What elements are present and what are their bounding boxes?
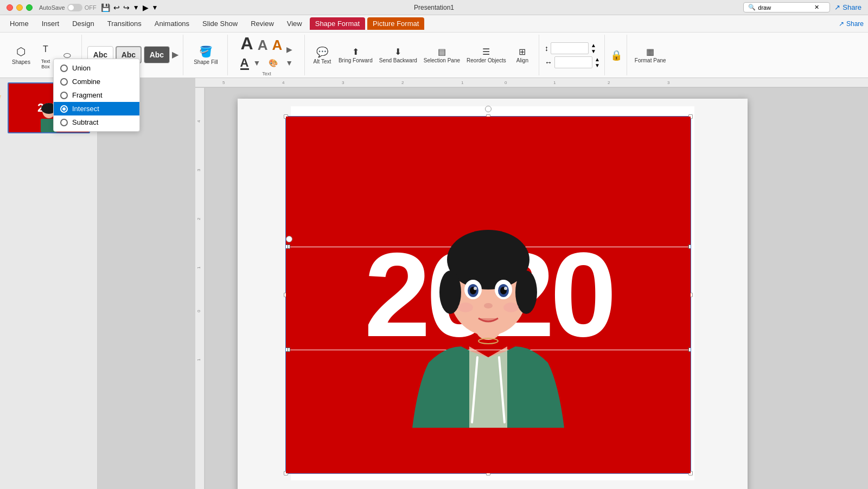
rotate-handle[interactable] — [485, 106, 492, 112]
paint-bucket-icon: 🎨 — [269, 59, 278, 67]
ruler-horizontal: 5 4 3 2 1 0 1 2 3 — [195, 78, 868, 88]
search-input[interactable] — [758, 4, 812, 11]
shape-fill-icon: 🪣 — [199, 45, 213, 58]
svg-point-37 — [458, 303, 473, 312]
slide-image: 2020 — [286, 117, 691, 473]
text-fill-arrow-icon[interactable]: ▼ — [285, 59, 293, 67]
slide-container: 2020 — [238, 99, 748, 489]
svg-text:3: 3 — [196, 169, 201, 171]
inner-handle-tl[interactable] — [286, 244, 288, 249]
search-bar[interactable]: 🔍 ✕ — [743, 2, 830, 12]
svg-point-36 — [484, 303, 493, 308]
save-icon[interactable]: 💾 — [101, 3, 110, 12]
ribbon-section-actions: 💬 Alt Text ⬆ Bring Forward ⬇ Send Backwa… — [306, 35, 539, 75]
menu-view[interactable]: View — [282, 17, 308, 30]
action-buttons: 💬 Alt Text ⬆ Bring Forward ⬇ Send Backwa… — [310, 45, 534, 66]
text-A-underline: A — [240, 56, 249, 70]
selected-group[interactable]: 2020 — [285, 116, 691, 474]
ribbon-section-lock: 🔒 — [606, 35, 627, 75]
reorder-objects-button[interactable]: ☰ Reorder Objects — [464, 45, 508, 66]
quick-access-toolbar: 💾 ↩ ↪ ▼ ▶ ▼ — [101, 3, 158, 12]
clear-search-icon[interactable]: ✕ — [814, 4, 819, 11]
alt-text-button[interactable]: 💬 Alt Text — [310, 45, 334, 66]
close-button[interactable] — [7, 4, 13, 11]
shape-fill-label: Shape Fill — [194, 59, 218, 66]
svg-point-35 — [504, 287, 507, 290]
share-btn-menu[interactable]: ↗ Share — [839, 20, 864, 28]
inner-rotate-handle[interactable] — [286, 236, 292, 242]
slide[interactable]: 2020 — [238, 99, 748, 489]
share-button[interactable]: ↗ Share — [834, 3, 861, 11]
text-format-arrow[interactable]: ▶ — [286, 45, 292, 54]
maximize-button[interactable] — [26, 4, 33, 11]
inner-handle-br[interactable] — [688, 348, 691, 352]
subtract-radio — [60, 119, 68, 126]
minimize-button[interactable] — [16, 4, 23, 11]
width-input[interactable]: 0" — [554, 56, 592, 68]
menu-shape-format[interactable]: Shape Format — [310, 17, 365, 30]
presentation-icon[interactable]: ▶ — [143, 3, 149, 12]
inner-handle-tr[interactable] — [688, 244, 691, 249]
union-label: Union — [72, 64, 91, 72]
bring-forward-label: Bring Forward — [339, 57, 373, 63]
format-pane-label: Format Pane — [635, 57, 666, 63]
menu-animations[interactable]: Animations — [149, 17, 195, 30]
send-backward-button[interactable]: ⬇ Send Backward — [377, 45, 419, 66]
text-A-large: A — [241, 34, 253, 54]
style-presets-arrow[interactable]: ▶ — [172, 49, 178, 60]
text-fill-button[interactable]: 🎨 — [265, 56, 281, 69]
svg-point-31 — [474, 287, 477, 290]
style-preset-1-label: Abc — [93, 50, 107, 59]
height-stepper-up[interactable]: ▲▼ — [591, 42, 596, 54]
share-icon: ↗ — [834, 3, 840, 11]
combine-radio — [60, 78, 68, 86]
autosave-section: AutoSave OFF — [39, 4, 97, 11]
menu-insert[interactable]: Insert — [36, 17, 65, 30]
lock-aspect-icon[interactable]: 🔒 — [610, 49, 622, 61]
height-input[interactable]: 0" — [551, 42, 589, 54]
character-illustration — [385, 178, 591, 473]
style-preset-2-label: Abc — [122, 50, 136, 59]
more-options-icon[interactable]: ▼ — [152, 4, 158, 11]
menu-transitions[interactable]: Transitions — [102, 17, 147, 30]
canvas-area[interactable]: 5 4 3 2 1 0 1 2 3 4 3 2 1 0 1 — [98, 78, 868, 489]
redo-icon[interactable]: ↪ — [123, 3, 130, 12]
width-icon: ↔ — [545, 58, 552, 67]
style-preset-3[interactable]: Abc — [144, 46, 170, 63]
intersect-label: Intersect — [72, 105, 99, 113]
shapes-button[interactable]: ⬡ Shapes — [9, 40, 34, 70]
align-icon: ⊞ — [519, 47, 526, 57]
shape-fill-button[interactable]: 🪣 Shape Fill — [190, 40, 221, 70]
title-bar-right: 🔍 ✕ ↗ Share — [743, 2, 861, 12]
svg-text:2: 2 — [401, 80, 404, 85]
menu-review[interactable]: Review — [245, 17, 279, 30]
ribbon-section-fill: 🪣 Shape Fill — [184, 35, 228, 75]
width-stepper-up[interactable]: ▲▼ — [595, 56, 600, 68]
merge-combine[interactable]: Combine — [54, 75, 139, 88]
text-fill-dropdown-icon[interactable]: ▼ — [253, 59, 261, 67]
align-label: Align — [516, 57, 528, 63]
merge-subtract[interactable]: Subtract — [54, 115, 139, 129]
text-box-button[interactable]: T — [36, 41, 55, 57]
undo-icon[interactable]: ↩ — [113, 3, 120, 12]
menu-home[interactable]: Home — [4, 17, 34, 30]
align-button[interactable]: ⊞ Align — [510, 45, 534, 66]
svg-text:3: 3 — [667, 80, 670, 85]
reorder-objects-label: Reorder Objects — [467, 57, 506, 63]
bring-forward-button[interactable]: ⬆ Bring Forward — [336, 45, 375, 66]
merge-fragment[interactable]: Fragment — [54, 88, 139, 102]
merge-union[interactable]: Union — [54, 61, 139, 75]
menu-slideshow[interactable]: Slide Show — [197, 17, 243, 30]
svg-text:1: 1 — [553, 80, 556, 85]
autosave-toggle[interactable] — [67, 4, 82, 11]
inner-handle-bl[interactable] — [286, 348, 288, 352]
selection-pane-button[interactable]: ▤ Selection Pane — [422, 45, 462, 66]
intersect-radio — [60, 105, 68, 113]
text-section-label: Text — [262, 71, 271, 76]
top-red-bar — [286, 117, 691, 144]
menu-design[interactable]: Design — [67, 17, 99, 30]
more-icon[interactable]: ▼ — [133, 4, 139, 11]
menu-picture-format[interactable]: Picture Format — [367, 17, 424, 30]
merge-intersect[interactable]: Intersect — [54, 102, 139, 115]
format-pane-button[interactable]: ▦ Format Pane — [633, 46, 668, 65]
